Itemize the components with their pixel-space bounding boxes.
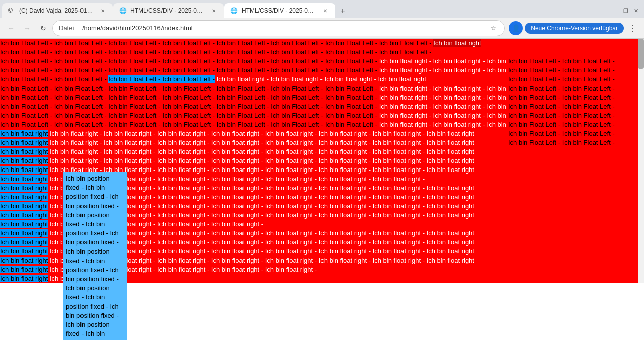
cr10-right: Ich bin float right - Ich bin float righ… (48, 139, 474, 146)
restore-button[interactable]: ❐ (622, 7, 630, 15)
line-2-right: Ich bin Float Left - Ich bin Float Left … (325, 48, 432, 56)
cr20-left: Ich bin float right (0, 229, 48, 237)
right-line-2: Ich bin Float Left - Ich bin Float Left … (508, 66, 638, 75)
right-line-3: Ich bin Float Left - Ich bin Float Left … (508, 75, 638, 84)
right-line-4: Ich bin Float Left - Ich bin Float Left … (508, 84, 638, 93)
cr9-right: Ich bin float right - Ich bin float righ… (48, 130, 474, 137)
top-section: Ich bin Float Left - Ich bin Float Left … (0, 39, 644, 57)
cr6-left: Ich bin Float Left - Ich bin Float Left … (0, 103, 377, 110)
cr11-left: Ich bin float right (0, 148, 48, 155)
forward-button[interactable]: → (20, 21, 34, 35)
line-1: Ich bin Float Left - Ich bin Float Left … (0, 39, 644, 48)
right-line-6: Ich bin Float Left - Ich bin Float Left … (508, 102, 638, 111)
tab-1-close[interactable]: ✕ (99, 7, 107, 15)
scrollbar[interactable] (638, 39, 644, 283)
content-row-12: Ich bin float right Ich bin float right … (0, 156, 644, 165)
tab-1-favicon: © (8, 7, 15, 14)
back-button[interactable]: ← (4, 21, 18, 35)
tab-2-favicon: 🌐 (119, 7, 126, 14)
cr16-left: Ich bin float right (0, 193, 48, 201)
window-controls: ─ ❐ ✕ (612, 3, 644, 18)
cr8-left: Ich bin Float Left - Ich bin Float Left … (0, 121, 377, 128)
right-line-10: Ich bin Float Left - Ich bin Float Left … (508, 138, 638, 147)
cr7-left: Ich bin Float Left - Ich bin Float Left … (0, 112, 377, 119)
cr25-left: Ich bin float right (0, 275, 48, 282)
tooltip-text: Ich bin position fixed - Ich bin positio… (66, 175, 119, 340)
cr1-left: Ich bin Float Left - Ich bin Float Left … (0, 57, 377, 65)
minimize-button[interactable]: ─ (612, 7, 620, 15)
address-path: /home/david/html20250116/index.html (82, 24, 193, 32)
line-2-left: Ich bin Float Left - Ich bin Float Left … (0, 48, 325, 56)
cr14-left: Ich bin float right (0, 175, 48, 183)
address-separator (77, 24, 79, 32)
cr12-right: Ich bin float right - Ich bin float righ… (48, 157, 474, 164)
line-1-left: Ich bin Float Left - Ich bin Float Left … (0, 39, 433, 47)
cr2-left: Ich bin Float Left - Ich bin Float Left … (0, 66, 377, 74)
position-fixed-tooltip: Ich bin position fixed - Ich bin positio… (63, 172, 127, 340)
right-line-8: Ich bin Float Left - Ich bin Float Left … (508, 120, 638, 129)
tab-1-label: (C) David Vajda, 2025-01-07... (19, 7, 95, 14)
nav-right-controls: 👤 Neue Chrome-Version verfügbar ⋮ (509, 21, 640, 35)
cr9-left: Ich bin float right (0, 130, 48, 137)
cr10-left: Ich bin float right (0, 139, 48, 146)
page-wrapper: Ich bin Float Left - Ich bin Float Left … (0, 39, 644, 283)
cr5-left: Ich bin Float Left - Ich bin Float Left … (0, 94, 377, 101)
right-line-5: Ich bin Float Left - Ich bin Float Left … (508, 93, 638, 102)
right-column-top: Ich bin Float Left - Ich bin Float Left … (508, 57, 638, 147)
cr24-left: Ich bin float right (0, 266, 48, 273)
right-line-7: Ich bin Float Left - Ich bin Float Left … (508, 111, 638, 120)
profile-button[interactable]: 👤 (509, 21, 523, 35)
cr11-right: Ich bin float right - Ich bin float righ… (48, 148, 474, 155)
close-button[interactable]: ✕ (632, 7, 640, 15)
scrollbar-thumb[interactable] (638, 39, 644, 69)
cr18-left: Ich bin float right (0, 211, 48, 219)
cr4-left: Ich bin Float Left - Ich bin Float Left … (0, 84, 377, 92)
tab-bar: © (C) David Vajda, 2025-01-07... ✕ 🌐 HTM… (0, 0, 644, 18)
cr22-left: Ich bin float right (0, 247, 48, 255)
address-bar-icons: ☆ (488, 23, 498, 33)
cr3-mid: Ich bin Float Left - Ich bin Float Left … (108, 75, 215, 83)
cr3-left: Ich bin Float Left - Ich bin Float Left … (0, 75, 108, 83)
cr12-left: Ich bin float right (0, 157, 48, 164)
chrome-update-button[interactable]: Neue Chrome-Version verfügbar (525, 23, 624, 34)
cr3-right: Ich bin float right - Ich bin float righ… (215, 75, 426, 83)
tab-2[interactable]: 🌐 HTML/CSS/DIV - 2025-01-16... ✕ (113, 3, 224, 18)
tab-3-close[interactable]: ✕ (321, 7, 329, 15)
nav-bar: ← → ↻ Datei /home/david/html20250116/ind… (0, 18, 644, 38)
line-2: Ich bin Float Left - Ich bin Float Left … (0, 48, 644, 57)
new-tab-button[interactable]: + (336, 4, 350, 18)
cr15-left: Ich bin float right (0, 184, 48, 192)
tab-3-favicon: 🌐 (230, 7, 237, 14)
page-content[interactable]: Ich bin Float Left - Ich bin Float Left … (0, 39, 644, 340)
tab-2-label: HTML/CSS/DIV - 2025-01-16... (130, 7, 206, 14)
browser-chrome: © (C) David Vajda, 2025-01-07... ✕ 🌐 HTM… (0, 0, 644, 39)
tab-3-label: HTML/CSS/DIV - 2025-01-16... (242, 7, 317, 14)
line-1-right: Ich bin float right (433, 39, 481, 47)
tab-1[interactable]: © (C) David Vajda, 2025-01-07... ✕ (2, 3, 113, 18)
cr23-left: Ich bin float right (0, 257, 48, 264)
cr21-left: Ich bin float right (0, 238, 48, 246)
cr17-left: Ich bin float right (0, 202, 48, 210)
right-line-1: Ich bin Float Left - Ich bin Float Left … (508, 57, 638, 66)
address-protocol: Datei (59, 24, 74, 32)
right-line-9: Ich bin Float Left - Ich bin Float Left … (508, 129, 638, 138)
tab-3[interactable]: 🌐 HTML/CSS/DIV - 2025-01-16... ✕ (224, 3, 335, 18)
cr13-left: Ich bin float right (0, 166, 48, 174)
chrome-menu-button[interactable]: ⋮ (626, 21, 640, 35)
content-row-11: Ich bin float right Ich bin float right … (0, 147, 644, 156)
reload-button[interactable]: ↻ (36, 21, 50, 35)
cr19-left: Ich bin float right (0, 220, 48, 228)
bookmark-icon[interactable]: ☆ (488, 23, 498, 33)
address-bar[interactable]: Datei /home/david/html20250116/index.htm… (52, 20, 505, 36)
tab-2-close[interactable]: ✕ (210, 7, 218, 15)
